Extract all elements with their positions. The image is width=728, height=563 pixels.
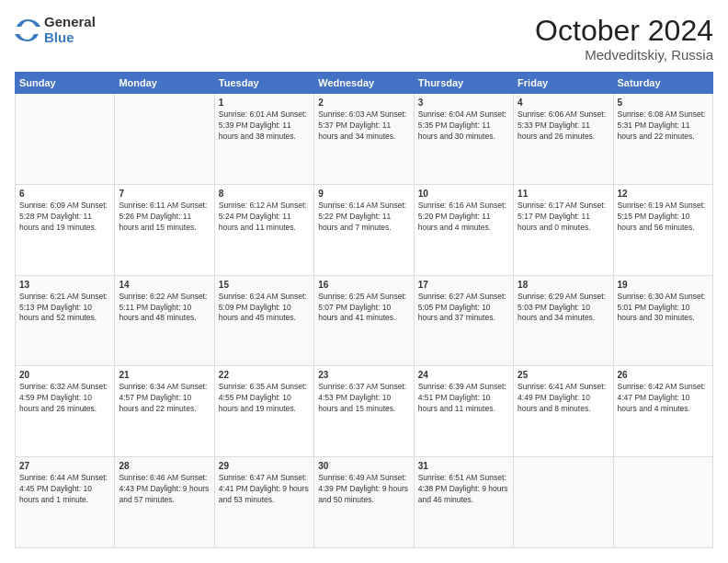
calendar-cell: 1Sunrise: 6:01 AM Sunset: 5:39 PM Daylig…	[214, 94, 313, 185]
day-number: 21	[119, 370, 210, 380]
day-number: 5	[618, 98, 709, 108]
day-info: Sunrise: 6:12 AM Sunset: 5:24 PM Dayligh…	[219, 201, 310, 234]
calendar-cell: 13Sunrise: 6:21 AM Sunset: 5:13 PM Dayli…	[16, 275, 115, 366]
calendar-cell: 4Sunrise: 6:06 AM Sunset: 5:33 PM Daylig…	[514, 94, 613, 185]
day-info: Sunrise: 6:46 AM Sunset: 4:43 PM Dayligh…	[119, 473, 210, 506]
calendar-cell: 2Sunrise: 6:03 AM Sunset: 5:37 PM Daylig…	[314, 94, 414, 185]
calendar-cell: 27Sunrise: 6:44 AM Sunset: 4:45 PM Dayli…	[16, 457, 115, 548]
day-number: 28	[119, 461, 210, 471]
calendar-cell: 20Sunrise: 6:32 AM Sunset: 4:59 PM Dayli…	[16, 366, 115, 457]
calendar-week-row: 1Sunrise: 6:01 AM Sunset: 5:39 PM Daylig…	[16, 94, 713, 185]
calendar-cell: 26Sunrise: 6:42 AM Sunset: 4:47 PM Dayli…	[613, 366, 712, 457]
location: Medveditskiy, Russia	[535, 47, 713, 63]
day-info: Sunrise: 6:32 AM Sunset: 4:59 PM Dayligh…	[19, 382, 110, 415]
calendar-cell	[16, 94, 115, 185]
day-info: Sunrise: 6:21 AM Sunset: 5:13 PM Dayligh…	[19, 292, 110, 325]
day-number: 7	[119, 189, 210, 199]
day-number: 3	[418, 98, 509, 108]
day-info: Sunrise: 6:08 AM Sunset: 5:31 PM Dayligh…	[618, 109, 709, 143]
day-number: 14	[119, 280, 210, 290]
day-number: 9	[318, 189, 409, 199]
logo-general: General	[44, 15, 96, 30]
day-info: Sunrise: 6:06 AM Sunset: 5:33 PM Dayligh…	[518, 109, 609, 143]
day-number: 19	[618, 280, 709, 290]
month-title: October 2024	[535, 15, 713, 47]
calendar-week-row: 27Sunrise: 6:44 AM Sunset: 4:45 PM Dayli…	[16, 457, 713, 548]
day-number: 16	[318, 280, 409, 290]
day-info: Sunrise: 6:49 AM Sunset: 4:39 PM Dayligh…	[318, 473, 409, 506]
day-header-friday: Friday	[514, 73, 613, 94]
day-number: 24	[418, 370, 509, 380]
day-number: 12	[618, 189, 709, 199]
calendar-cell: 28Sunrise: 6:46 AM Sunset: 4:43 PM Dayli…	[115, 457, 214, 548]
day-info: Sunrise: 6:37 AM Sunset: 4:53 PM Dayligh…	[318, 382, 409, 415]
day-header-saturday: Saturday	[613, 73, 712, 94]
day-number: 26	[618, 370, 709, 380]
title-block: October 2024 Medveditskiy, Russia	[535, 15, 713, 63]
calendar-cell: 17Sunrise: 6:27 AM Sunset: 5:05 PM Dayli…	[414, 275, 513, 366]
day-info: Sunrise: 6:42 AM Sunset: 4:47 PM Dayligh…	[618, 382, 709, 415]
calendar-cell: 3Sunrise: 6:04 AM Sunset: 5:35 PM Daylig…	[414, 94, 513, 185]
day-info: Sunrise: 6:17 AM Sunset: 5:17 PM Dayligh…	[518, 201, 609, 234]
day-number: 30	[318, 461, 409, 471]
day-info: Sunrise: 6:19 AM Sunset: 5:15 PM Dayligh…	[618, 201, 709, 234]
calendar-cell: 14Sunrise: 6:22 AM Sunset: 5:11 PM Dayli…	[115, 275, 214, 366]
calendar-cell: 31Sunrise: 6:51 AM Sunset: 4:38 PM Dayli…	[414, 457, 513, 548]
day-number: 27	[19, 461, 110, 471]
day-info: Sunrise: 6:35 AM Sunset: 4:55 PM Dayligh…	[219, 382, 310, 415]
logo-blue: Blue	[44, 30, 96, 46]
day-number: 8	[219, 189, 310, 199]
calendar-cell: 22Sunrise: 6:35 AM Sunset: 4:55 PM Dayli…	[214, 366, 313, 457]
day-info: Sunrise: 6:14 AM Sunset: 5:22 PM Dayligh…	[318, 201, 409, 234]
calendar-header-row: SundayMondayTuesdayWednesdayThursdayFrid…	[16, 73, 713, 94]
day-number: 2	[318, 98, 409, 108]
day-number: 18	[518, 280, 609, 290]
day-number: 22	[219, 370, 310, 380]
day-number: 10	[418, 189, 509, 199]
day-number: 20	[19, 370, 110, 380]
calendar-cell	[514, 457, 613, 548]
day-number: 29	[219, 461, 310, 471]
calendar-table: SundayMondayTuesdayWednesdayThursdayFrid…	[15, 72, 713, 548]
day-number: 17	[418, 280, 509, 290]
calendar-cell: 15Sunrise: 6:24 AM Sunset: 5:09 PM Dayli…	[214, 275, 313, 366]
calendar-cell: 25Sunrise: 6:41 AM Sunset: 4:49 PM Dayli…	[514, 366, 613, 457]
day-info: Sunrise: 6:04 AM Sunset: 5:35 PM Dayligh…	[418, 109, 509, 143]
calendar-cell: 21Sunrise: 6:34 AM Sunset: 4:57 PM Dayli…	[115, 366, 214, 457]
calendar-cell: 19Sunrise: 6:30 AM Sunset: 5:01 PM Dayli…	[613, 275, 712, 366]
day-header-tuesday: Tuesday	[214, 73, 313, 94]
day-number: 1	[219, 98, 310, 108]
calendar-cell: 6Sunrise: 6:09 AM Sunset: 5:28 PM Daylig…	[16, 184, 115, 275]
logo: General Blue	[15, 15, 96, 45]
calendar-cell: 12Sunrise: 6:19 AM Sunset: 5:15 PM Dayli…	[613, 184, 712, 275]
day-number: 6	[19, 189, 110, 199]
day-info: Sunrise: 6:11 AM Sunset: 5:26 PM Dayligh…	[119, 201, 210, 234]
day-info: Sunrise: 6:39 AM Sunset: 4:51 PM Dayligh…	[418, 382, 509, 415]
day-number: 25	[518, 370, 609, 380]
day-info: Sunrise: 6:51 AM Sunset: 4:38 PM Dayligh…	[418, 473, 509, 506]
day-number: 4	[518, 98, 609, 108]
calendar-cell: 11Sunrise: 6:17 AM Sunset: 5:17 PM Dayli…	[514, 184, 613, 275]
calendar-week-row: 6Sunrise: 6:09 AM Sunset: 5:28 PM Daylig…	[16, 184, 713, 275]
calendar-cell: 16Sunrise: 6:25 AM Sunset: 5:07 PM Dayli…	[314, 275, 414, 366]
day-number: 23	[318, 370, 409, 380]
calendar-cell: 7Sunrise: 6:11 AM Sunset: 5:26 PM Daylig…	[115, 184, 214, 275]
calendar-cell: 29Sunrise: 6:47 AM Sunset: 4:41 PM Dayli…	[214, 457, 313, 548]
day-number: 13	[19, 280, 110, 290]
day-info: Sunrise: 6:29 AM Sunset: 5:03 PM Dayligh…	[518, 292, 609, 325]
day-header-thursday: Thursday	[414, 73, 513, 94]
day-header-monday: Monday	[115, 73, 214, 94]
calendar-cell: 10Sunrise: 6:16 AM Sunset: 5:20 PM Dayli…	[414, 184, 513, 275]
calendar-cell: 24Sunrise: 6:39 AM Sunset: 4:51 PM Dayli…	[414, 366, 513, 457]
day-info: Sunrise: 6:44 AM Sunset: 4:45 PM Dayligh…	[19, 473, 110, 506]
day-number: 11	[518, 189, 609, 199]
day-info: Sunrise: 6:34 AM Sunset: 4:57 PM Dayligh…	[119, 382, 210, 415]
day-number: 31	[418, 461, 509, 471]
logo-text: General Blue	[44, 15, 96, 45]
calendar-cell: 18Sunrise: 6:29 AM Sunset: 5:03 PM Dayli…	[514, 275, 613, 366]
page-header: General Blue October 2024 Medveditskiy, …	[15, 15, 713, 63]
day-info: Sunrise: 6:03 AM Sunset: 5:37 PM Dayligh…	[318, 109, 409, 143]
calendar-cell	[115, 94, 214, 185]
calendar-cell: 8Sunrise: 6:12 AM Sunset: 5:24 PM Daylig…	[214, 184, 313, 275]
calendar-week-row: 20Sunrise: 6:32 AM Sunset: 4:59 PM Dayli…	[16, 366, 713, 457]
